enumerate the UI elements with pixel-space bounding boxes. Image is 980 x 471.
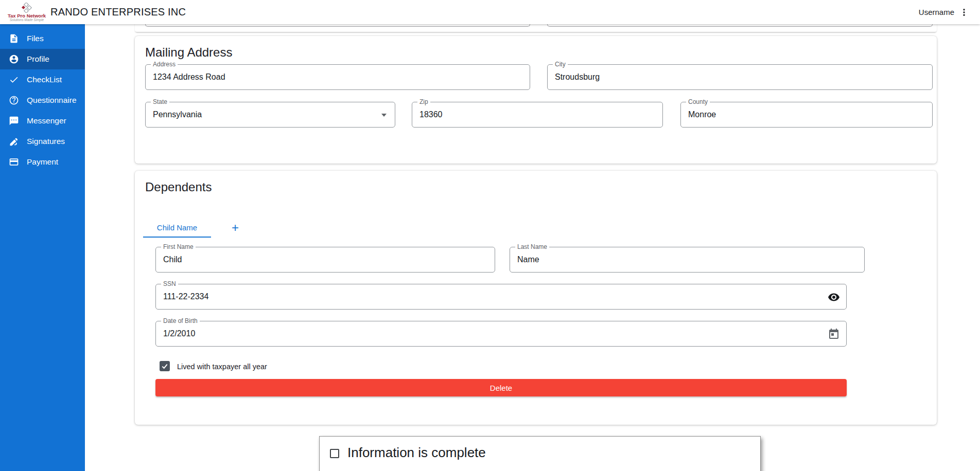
- add-dependent-button[interactable]: +: [217, 218, 253, 238]
- credit-card-icon: [9, 157, 19, 167]
- address-field[interactable]: Address 1234 Address Road: [145, 64, 530, 90]
- signature-pen-icon: [9, 136, 19, 147]
- tab-child-name[interactable]: Child Name: [143, 218, 211, 238]
- mailing-address-card: Mailing Address Address 1234 Address Roa…: [135, 36, 937, 164]
- first-name-field-label: First Name: [161, 243, 196, 250]
- state-select[interactable]: State Pennsylvania: [145, 102, 395, 128]
- sidebar-nav: Files Profile CheckList Questionnaire Me…: [0, 24, 85, 471]
- visibility-icon[interactable]: [828, 291, 840, 303]
- sidebar-item-label: Payment: [27, 157, 58, 167]
- date-of-birth-field-value: 1/2/2010: [163, 329, 195, 338]
- first-name-field-value: Child: [163, 255, 182, 264]
- chat-icon: [9, 116, 19, 126]
- help-icon: [9, 95, 19, 105]
- lived-with-taxpayer-label: Lived with taxpayer all year: [177, 363, 267, 371]
- city-field-value: Stroudsburg: [555, 73, 600, 82]
- sidebar-item-signatures[interactable]: Signatures: [0, 131, 85, 152]
- chevron-down-icon: [381, 114, 387, 117]
- dependents-title: Dependents: [145, 180, 212, 194]
- ssn-field-label: SSN: [161, 280, 178, 287]
- last-name-field-value: Name: [517, 255, 539, 264]
- sidebar-item-label: Profile: [27, 55, 49, 64]
- date-of-birth-field-label: Date of Birth: [161, 317, 200, 324]
- sidebar-item-label: Signatures: [27, 137, 65, 146]
- brand-logo: Tax Pro Network Solutions Made Simple: [8, 3, 45, 22]
- sidebar-item-checklist[interactable]: CheckList: [0, 69, 85, 90]
- person-icon: [9, 54, 19, 64]
- sidebar-item-label: Files: [27, 34, 44, 43]
- information-complete-box: Information is complete: [319, 436, 761, 471]
- delete-dependent-button[interactable]: Delete: [155, 379, 847, 396]
- sidebar-item-label: Messenger: [27, 116, 66, 125]
- app-header: Tax Pro Network Solutions Made Simple RA…: [0, 0, 980, 24]
- first-name-field[interactable]: First Name Child: [155, 247, 495, 273]
- sidebar-item-profile[interactable]: Profile: [0, 49, 85, 69]
- brand-tagline: Solutions Made Simple: [10, 19, 44, 22]
- address-field-value: 1234 Address Road: [153, 73, 225, 82]
- information-complete-label: Information is complete: [347, 445, 486, 461]
- sidebar-item-messenger[interactable]: Messenger: [0, 111, 85, 131]
- city-field-label: City: [553, 61, 568, 68]
- date-of-birth-field[interactable]: Date of Birth 1/2/2010: [155, 321, 847, 347]
- zip-field-value: 18360: [419, 110, 443, 119]
- company-title: RANDO ENTERPRISES INC: [50, 6, 186, 18]
- calendar-icon[interactable]: [828, 328, 840, 340]
- file-icon: [9, 33, 19, 44]
- dependents-card: Dependents Child Name + First Name Child…: [135, 171, 937, 425]
- more-vert-icon[interactable]: [958, 7, 970, 18]
- last-name-field[interactable]: Last Name Name: [510, 247, 865, 273]
- brand-name: Tax Pro Network: [8, 13, 46, 19]
- brand-logo-icon: [18, 3, 36, 13]
- county-field-label: County: [686, 98, 710, 105]
- lived-with-taxpayer-checkbox[interactable]: [160, 361, 170, 371]
- username-menu[interactable]: Username: [919, 8, 954, 16]
- ssn-field-value: 111-22-2334: [163, 292, 208, 301]
- zip-field-label: Zip: [417, 98, 430, 105]
- city-field[interactable]: City Stroudsburg: [547, 64, 933, 90]
- county-field-value: Monroe: [688, 110, 716, 119]
- ssn-field[interactable]: SSN 111-22-2334: [155, 284, 847, 310]
- sidebar-item-label: CheckList: [27, 75, 62, 84]
- address-field-label: Address: [151, 61, 178, 68]
- mailing-address-title: Mailing Address: [145, 45, 232, 60]
- sidebar-item-files[interactable]: Files: [0, 28, 85, 49]
- sidebar-item-label: Questionnaire: [27, 96, 77, 105]
- information-complete-checkbox[interactable]: [330, 449, 339, 458]
- state-select-value: Pennsylvania: [153, 110, 202, 119]
- last-name-field-label: Last Name: [515, 243, 549, 250]
- check-icon: [9, 75, 19, 85]
- state-select-label: State: [151, 98, 169, 105]
- county-field[interactable]: County Monroe: [680, 102, 933, 128]
- sidebar-item-questionnaire[interactable]: Questionnaire: [0, 90, 85, 111]
- zip-field[interactable]: Zip 18360: [412, 102, 663, 128]
- sidebar-item-payment[interactable]: Payment: [0, 152, 85, 172]
